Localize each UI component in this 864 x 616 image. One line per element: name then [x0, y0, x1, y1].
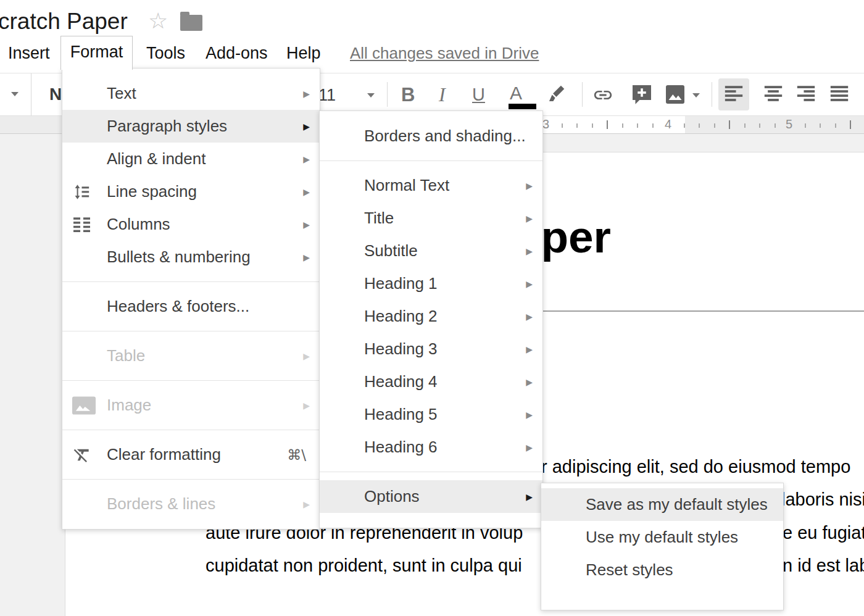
ruler-tick — [622, 123, 623, 128]
menu-item-label: Heading 5 — [364, 405, 438, 424]
menu-item-label: Table — [107, 346, 145, 365]
paragraph-styles-item-subtitle[interactable]: Subtitle▶ — [320, 235, 542, 267]
align-justify-button[interactable] — [824, 78, 855, 110]
paragraph-styles-item-options[interactable]: Options▶ — [320, 480, 542, 513]
submenu-arrow-icon: ▶ — [303, 252, 310, 262]
columns-icon — [72, 216, 91, 233]
menu-separator — [320, 160, 542, 161]
menu-separator — [62, 380, 320, 381]
toolbar-separator — [31, 73, 31, 115]
italic-button[interactable]: I — [439, 83, 446, 106]
caret-down-icon[interactable] — [367, 93, 375, 98]
menubar-item-tools[interactable]: Tools — [146, 44, 185, 63]
save-status-link[interactable]: All changes saved in Drive — [350, 44, 539, 63]
menu-item-label: Heading 6 — [364, 438, 438, 457]
submenu-arrow-icon: ▶ — [526, 181, 533, 191]
menu-separator — [62, 479, 320, 480]
insert-comment-icon[interactable] — [631, 83, 653, 108]
menu-item-label: Reset styles — [586, 560, 673, 580]
format-menu-item-paragraph-styles[interactable]: Paragraph styles▶ — [62, 110, 320, 143]
menubar-item-addons[interactable]: Add-ons — [206, 44, 268, 63]
ruler-number: 3 — [542, 117, 549, 131]
menu-item-label: Headers & footers... — [107, 297, 249, 316]
ruler-tick — [729, 120, 730, 129]
options-menu-item-save-as-my-default-styles[interactable]: Save as my default styles — [541, 488, 783, 521]
ruler-number: 5 — [786, 117, 792, 131]
line-spacing-icon — [72, 183, 91, 201]
menubar-item-format[interactable]: Format — [60, 36, 133, 70]
menu-separator — [320, 472, 542, 472]
menu-item-label: Align & indent — [107, 149, 206, 169]
align-right-icon — [797, 85, 815, 104]
menu-separator — [62, 430, 320, 430]
format-menu-item-bullets-numbering[interactable]: Bullets & numbering▶ — [62, 241, 320, 273]
paragraph-styles-item-title[interactable]: Title▶ — [320, 202, 542, 235]
menu-item-label: Text — [107, 84, 136, 103]
paragraph-style-selector[interactable]: N — [49, 85, 62, 104]
paragraph-styles-item-heading-2[interactable]: Heading 2▶ — [320, 300, 542, 333]
options-menu-item-reset-styles[interactable]: Reset styles — [541, 554, 783, 586]
submenu-arrow-icon: ▶ — [303, 351, 310, 361]
document-title[interactable]: cratch Paper — [0, 9, 128, 35]
align-right-button[interactable] — [791, 78, 821, 110]
ruler-tick — [805, 123, 806, 128]
ruler-tick — [775, 123, 776, 128]
menu-item-label: Options — [364, 487, 420, 506]
ruler-tick — [576, 123, 578, 128]
insert-link-icon[interactable] — [592, 85, 613, 108]
ruler-tick — [607, 120, 608, 129]
caret-down-icon[interactable] — [692, 93, 700, 98]
document-heading-fragment: per — [541, 211, 611, 262]
document-text-line: e eu fugiat n — [783, 523, 864, 543]
format-menu-item-headers-footers[interactable]: Headers & footers... — [62, 290, 320, 323]
paragraph-styles-item-heading-3[interactable]: Heading 3▶ — [320, 333, 542, 365]
options-menu-item-use-my-default-styles[interactable]: Use my default styles — [541, 521, 783, 554]
menu-item-label: Normal Text — [364, 176, 449, 195]
ruler-tick — [759, 123, 760, 128]
submenu-arrow-icon: ▶ — [303, 187, 310, 197]
ruler-tick — [637, 123, 638, 128]
ruler-tick — [562, 123, 563, 128]
align-left-button[interactable] — [718, 78, 749, 110]
menu-item-label: Use my default styles — [586, 528, 738, 547]
menubar-item-insert[interactable]: Insert — [8, 44, 50, 63]
align-center-button[interactable] — [758, 78, 789, 110]
submenu-arrow-icon: ▶ — [303, 122, 310, 131]
ruler-tick — [699, 123, 700, 128]
text-color-button[interactable]: A — [510, 83, 522, 104]
caret-down-icon[interactable] — [11, 92, 19, 96]
format-menu-item-align-indent[interactable]: Align & indent▶ — [62, 143, 320, 175]
align-justify-icon — [830, 85, 849, 104]
font-size-value[interactable]: 11 — [318, 86, 336, 105]
submenu-arrow-icon: ▶ — [303, 154, 310, 164]
paragraph-styles-item-heading-5[interactable]: Heading 5▶ — [320, 398, 542, 431]
menu-item-shortcut: ⌘\ — [287, 447, 310, 463]
image-disabled-icon — [72, 396, 96, 415]
paragraph-styles-item-normal-text[interactable]: Normal Text▶ — [320, 169, 542, 202]
folder-icon[interactable] — [180, 15, 202, 31]
format-menu-item-line-spacing[interactable]: Line spacing▶ — [62, 175, 320, 208]
paragraph-styles-item-heading-1[interactable]: Heading 1▶ — [320, 267, 542, 300]
paragraph-styles-item-heading-6[interactable]: Heading 6▶ — [320, 431, 542, 464]
align-center-icon — [764, 85, 783, 104]
menubar-item-help[interactable]: Help — [286, 44, 321, 63]
underline-button[interactable]: U — [472, 85, 485, 105]
bold-button[interactable]: B — [401, 84, 415, 106]
insert-image-icon[interactable] — [664, 83, 686, 108]
format-menu: Text▶Paragraph styles▶Align & indent▶Lin… — [62, 68, 320, 530]
submenu-arrow-icon: ▶ — [303, 220, 310, 230]
ruler-tick — [592, 123, 593, 128]
submenu-arrow-icon: ▶ — [526, 214, 533, 223]
options-submenu: Save as my default stylesUse my default … — [541, 483, 784, 610]
format-menu-item-text[interactable]: Text▶ — [62, 77, 320, 110]
paragraph-styles-item-borders-and-shading[interactable]: Borders and shading... — [320, 120, 542, 152]
star-outline-icon[interactable]: ☆ — [148, 10, 168, 32]
paragraph-styles-item-heading-4[interactable]: Heading 4▶ — [320, 365, 542, 398]
ruler-tick — [835, 123, 836, 128]
menu-item-label: Clear formatting — [107, 445, 221, 464]
format-menu-item-clear-formatting[interactable]: Clear formatting⌘\ — [62, 438, 320, 471]
submenu-arrow-icon: ▶ — [526, 312, 533, 322]
paint-format-icon[interactable] — [546, 83, 567, 107]
format-menu-item-columns[interactable]: Columns▶ — [62, 208, 320, 241]
menu-item-label: Heading 4 — [364, 372, 438, 391]
